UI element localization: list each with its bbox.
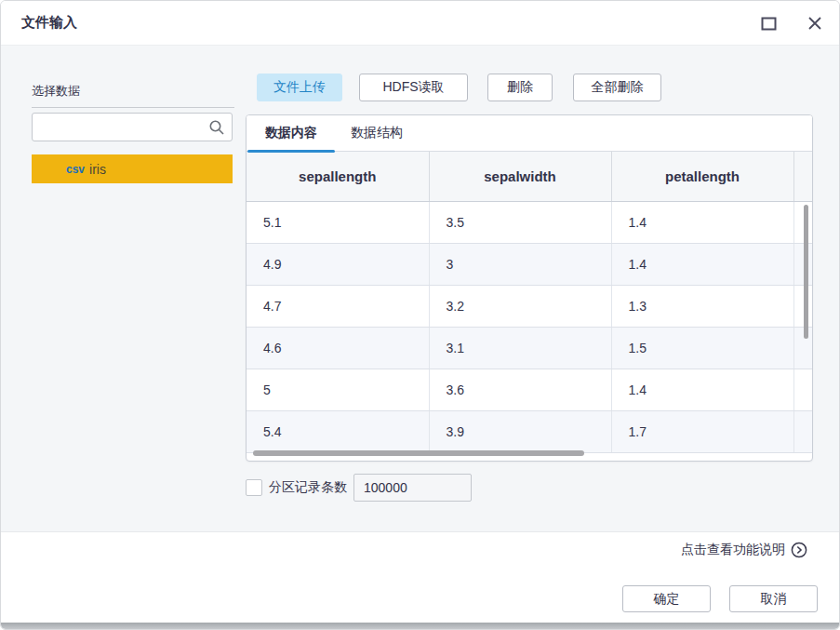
search-input[interactable] [40,114,204,141]
dataset-name: iris [89,162,106,177]
table-cell: 5.1 [247,201,429,243]
dialog-title: 文件输入 [21,14,77,32]
column-header-petallength: petallength [611,152,793,201]
table-cell: 3.6 [429,369,611,410]
horizontal-scrollbar-thumb[interactable] [253,450,584,456]
table-row: 5.43.91.7 [247,410,812,452]
table-row: 5.13.51.4 [247,201,812,243]
titlebar: 文件输入 [1,1,839,46]
table-cell: 4.9 [247,243,429,285]
data-table: sepallengthsepalwidthpetallength 5.13.51… [247,152,812,453]
partition-row: 分区记录条数 [246,473,472,502]
csv-badge: csv [66,163,85,176]
table-cell: 4.7 [247,285,429,327]
vertical-scrollbar-thumb[interactable] [804,205,808,339]
table-cell: 3.9 [429,410,611,452]
partition-label: 分区记录条数 [269,479,347,496]
table-cell: 1.4 [611,201,793,243]
select-data-label: 选择数据 [32,83,234,108]
close-button[interactable] [804,12,826,34]
table-cell: 4.6 [247,327,429,369]
maximize-button[interactable] [757,12,780,34]
table-cell: 1.4 [611,369,793,410]
delete-all-button[interactable]: 全部删除 [573,74,661,101]
search-icon[interactable] [208,119,225,140]
maximize-icon [761,17,777,31]
file-input-dialog: 文件输入 选择数据 csv iris [0,0,840,630]
help-link-text: 点击查看功能说明 [681,542,785,558]
close-icon [807,16,822,31]
table-cell: 5 [247,369,429,410]
help-link[interactable]: 点击查看功能说明 [681,542,807,558]
upload-file-button[interactable]: 文件上传 [257,74,342,101]
tab-data-content[interactable]: 数据内容 [265,125,317,141]
column-header-sepallength: sepallength [247,152,429,201]
dialog-body: 选择数据 csv iris 文件上传 HDFS读取 删除 全部删除 数据内容 [1,46,840,531]
table-cell: 3.5 [429,201,611,243]
data-preview-card: 数据内容 数据结构 sepallengthsepalwidthpetalleng… [246,114,813,462]
table-row: 4.73.21.3 [247,285,812,327]
table-cell: 1.3 [611,285,793,327]
column-header-sepalwidth: sepalwidth [429,152,611,201]
ok-button[interactable]: 确定 [622,585,711,612]
hdfs-read-button[interactable]: HDFS读取 [359,74,468,101]
table-cell: 3 [429,243,611,285]
table-cell: 1.7 [611,410,793,452]
tabbar: 数据内容 数据结构 [247,115,812,152]
table-header-row: sepallengthsepalwidthpetallength [247,152,812,201]
dialog-footer: 点击查看功能说明 确定 取消 [1,531,840,623]
window-bottom-edge [1,623,840,630]
table-cell: 1.4 [611,243,793,285]
table-row: 4.931.4 [247,243,812,285]
tab-data-structure[interactable]: 数据结构 [351,125,403,141]
search-box [32,113,233,141]
table-row: 4.63.11.5 [247,327,812,369]
table-cell: 3.1 [429,327,611,369]
table-cell: 1.5 [611,327,793,369]
table-body: 5.13.51.44.931.44.73.21.34.63.11.553.61.… [247,201,812,452]
table-row: 53.61.4 [247,369,812,410]
table-cell: 3.2 [429,285,611,327]
partition-checkbox[interactable] [246,479,262,496]
table-cell: 5.4 [247,410,429,452]
active-tab-underline [247,150,335,153]
cancel-button[interactable]: 取消 [729,585,818,612]
circle-arrow-icon [791,542,807,558]
dataset-item-iris[interactable]: csv iris [32,154,233,183]
partition-count-input[interactable] [353,474,472,502]
delete-button[interactable]: 删除 [487,74,553,101]
